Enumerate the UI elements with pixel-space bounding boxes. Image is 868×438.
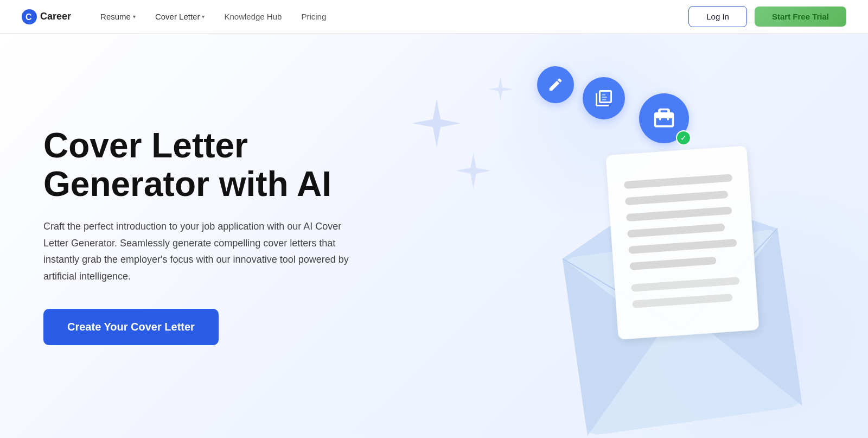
nav-label-resume: Resume	[100, 12, 131, 21]
nav-item-resume[interactable]: Resume ▾	[93, 8, 143, 26]
chevron-down-icon-2: ▾	[202, 14, 205, 20]
svg-text:C: C	[25, 12, 32, 22]
chevron-down-icon: ▾	[133, 14, 136, 20]
logo-icon: C	[22, 9, 37, 24]
svg-rect-2	[602, 94, 605, 96]
navbar: C Career Resume ▾ Cover Letter ▾ Knowled…	[0, 0, 868, 34]
nav-item-cover-letter[interactable]: Cover Letter ▾	[148, 8, 213, 26]
nav-label-knowledge-hub: Knowledge Hub	[224, 12, 282, 21]
sparkle-icon-1	[412, 99, 461, 148]
scan-icon-circle	[583, 77, 625, 119]
hero-description: Craft the perfect introduction to your j…	[43, 218, 369, 284]
nav-actions: Log In Start Free Trial	[688, 6, 846, 27]
create-cover-letter-button[interactable]: Create Your Cover Letter	[43, 309, 219, 345]
nav-links: Resume ▾ Cover Letter ▾ Knowledge Hub Pr…	[93, 8, 688, 26]
hero-content: Cover Letter Generator with AI Craft the…	[43, 126, 369, 345]
login-button[interactable]: Log In	[688, 6, 747, 27]
hero-section: Cover Letter Generator with AI Craft the…	[0, 34, 868, 438]
hero-title: Cover Letter Generator with AI	[43, 126, 369, 203]
nav-label-pricing: Pricing	[301, 12, 326, 21]
start-trial-button[interactable]: Start Free Trial	[755, 7, 846, 27]
floating-icons: ✓	[537, 66, 684, 116]
sparkle-icon-3	[488, 77, 513, 101]
pencil-icon-circle	[537, 66, 574, 103]
svg-rect-3	[602, 97, 607, 98]
svg-rect-4	[602, 99, 607, 100]
nav-item-pricing[interactable]: Pricing	[293, 8, 334, 26]
sparkle-icon-2	[456, 153, 491, 188]
logo-text: Career	[40, 11, 71, 22]
nav-label-cover-letter: Cover Letter	[155, 12, 200, 21]
envelope-illustration	[542, 134, 825, 438]
nav-item-knowledge-hub[interactable]: Knowledge Hub	[216, 8, 289, 26]
hero-illustration: ✓	[380, 34, 868, 438]
logo[interactable]: C Career	[22, 9, 71, 24]
